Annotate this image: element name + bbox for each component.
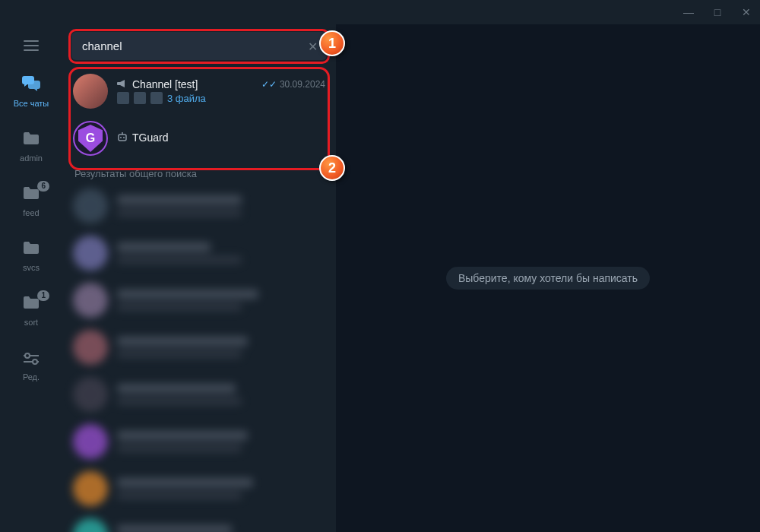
global-search-header: Результаты общего поиска — [62, 162, 336, 182]
filter-label: Все чаты — [14, 99, 49, 108]
empty-state-message: Выберите, кому хотели бы написать — [446, 267, 650, 290]
badge: 6 — [37, 181, 49, 192]
step-marker-1: 1 — [319, 30, 345, 56]
attachment-thumb — [134, 92, 146, 104]
minimize-button[interactable]: — — [681, 6, 696, 18]
filter-all-chats[interactable]: Все чаты — [4, 68, 59, 114]
chat-list: Channel [test] ✓✓ 30.09.2024 3 файла — [62, 68, 336, 532]
avatar: G — [73, 121, 108, 156]
chats-icon — [21, 74, 41, 96]
close-button[interactable]: ✕ — [739, 6, 754, 18]
settings-icon — [22, 350, 40, 369]
chat-date-text: 30.09.2024 — [280, 79, 325, 90]
maximize-button[interactable]: □ — [710, 6, 725, 18]
svg-rect-6 — [119, 135, 126, 141]
filter-feed[interactable]: 6 feed — [4, 179, 59, 223]
menu-button[interactable] — [23, 40, 40, 55]
avatar — [73, 518, 108, 532]
chat-list-panel: 1 2 ✕ Channel [test] — [62, 24, 336, 532]
avatar — [73, 236, 108, 271]
chat-item-blurred[interactable] — [62, 182, 336, 230]
avatar — [73, 471, 108, 506]
filter-label: feed — [23, 208, 39, 217]
chat-item-blurred[interactable] — [62, 324, 336, 371]
chat-item-channel-test[interactable]: Channel [test] ✓✓ 30.09.2024 3 файла — [62, 68, 336, 115]
filter-sort[interactable]: 1 sort — [4, 289, 59, 333]
filter-label: admin — [20, 154, 43, 163]
svg-point-3 — [33, 359, 37, 364]
attachment-thumb — [150, 92, 163, 104]
filter-admin[interactable]: admin — [4, 125, 59, 169]
folder-icon — [22, 131, 40, 150]
chat-item-blurred[interactable] — [62, 277, 336, 324]
folder-icon — [22, 240, 40, 260]
avatar — [73, 283, 108, 318]
svg-point-8 — [123, 137, 125, 138]
chat-name-text: TGuard — [132, 131, 168, 144]
chat-item-blurred[interactable] — [62, 230, 336, 277]
sidebar: Все чаты admin 6 feed svcs 1 — [0, 24, 62, 532]
chat-sub-text: 3 файла — [167, 93, 206, 104]
chat-item-blurred[interactable] — [62, 512, 336, 532]
attachment-thumb — [117, 92, 129, 104]
avatar — [73, 188, 108, 223]
filter-label: svcs — [23, 263, 40, 272]
titlebar: — □ ✕ — [0, 0, 760, 24]
chat-item-blurred[interactable] — [62, 371, 336, 418]
chat-item-blurred[interactable] — [62, 465, 336, 512]
bot-icon — [117, 132, 128, 144]
filter-label: Ред. — [23, 372, 40, 382]
avatar — [73, 330, 108, 365]
badge: 1 — [37, 290, 49, 301]
filter-svcs[interactable]: svcs — [4, 234, 59, 278]
main-content: Выберите, кому хотели бы написать — [336, 24, 760, 532]
avatar — [73, 377, 108, 412]
search-input[interactable] — [71, 32, 327, 60]
filter-edit[interactable]: Ред. — [4, 344, 59, 388]
chat-item-blurred[interactable] — [62, 418, 336, 465]
svg-point-0 — [25, 353, 30, 358]
clear-search-icon[interactable]: ✕ — [308, 40, 318, 54]
chat-item-tguard[interactable]: G TGuard — [62, 115, 336, 162]
read-check-icon: ✓✓ — [261, 79, 277, 90]
avatar — [73, 424, 108, 459]
megaphone-icon — [117, 79, 128, 90]
svg-point-7 — [120, 137, 122, 138]
filter-label: sort — [24, 318, 38, 327]
search-container: ✕ — [62, 24, 336, 68]
step-marker-2: 2 — [319, 155, 345, 181]
chat-name-text: Channel [test] — [132, 78, 198, 90]
avatar — [73, 74, 108, 109]
